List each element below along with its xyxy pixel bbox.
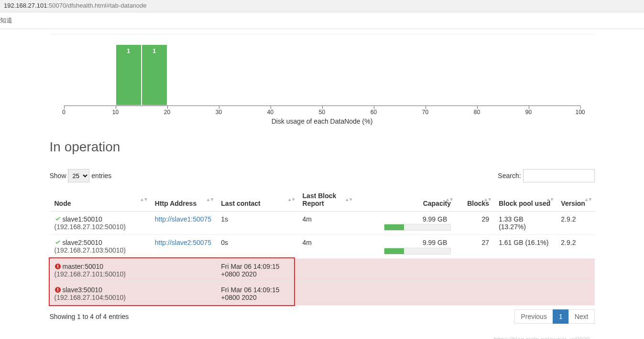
table-row: slave3:50010(192.168.27.104:50010)Fri Ma… (50, 282, 595, 305)
table-toolbar: Show 25 entries Search: (50, 169, 595, 182)
col-http[interactable]: Http Address▲▼ (150, 188, 217, 212)
table-row: slave1:50010(192.168.27.102:50010)http:/… (50, 212, 595, 235)
x-tick-label: 10 (112, 109, 119, 116)
cell-last-contact: 0s (216, 235, 297, 258)
x-tick-label: 100 (575, 109, 585, 116)
cell-version (556, 282, 594, 305)
cell-blocks: 27 (456, 235, 494, 258)
cell-node: slave1:50010(192.168.27.102:50010) (50, 212, 150, 235)
http-link[interactable]: http://slave1:50075 (155, 215, 211, 223)
x-tick-label: 20 (164, 109, 170, 116)
histogram-bar: 1 (142, 44, 167, 106)
search-label: Search: (498, 172, 521, 180)
cell-version: 2.9.2 (556, 235, 594, 258)
search-input[interactable] (523, 169, 595, 182)
show-label-post: entries (91, 172, 111, 180)
x-tick-label: 60 (371, 109, 377, 116)
table-row: slave2:50010(192.168.27.103:50010)http:/… (50, 235, 595, 258)
x-tick-label: 90 (525, 109, 532, 116)
check-icon (55, 215, 61, 223)
x-tick-label: 30 (216, 109, 222, 116)
svg-rect-1 (57, 265, 58, 266)
bar-label: 1 (116, 48, 141, 54)
table-row: master:50010(192.168.27.101:50010)Fri Ma… (50, 258, 595, 282)
cell-version: 2.9.2 (556, 212, 594, 235)
cell-node: slave3:50010(192.168.27.104:50010) (50, 282, 150, 305)
url-path: :50070/dfshealth.html#tab-datanode (47, 2, 146, 9)
cell-capacity: 9.99 GB (355, 212, 456, 235)
svg-rect-5 (57, 290, 58, 291)
cell-node: master:50010(192.168.27.101:50010) (50, 258, 150, 282)
cell-capacity (355, 282, 456, 305)
chart-title: Disk usage of each DataNode (%) (55, 117, 590, 125)
col-node[interactable]: Node▲▼ (50, 188, 150, 212)
cell-capacity (355, 258, 456, 282)
cell-bp-used (494, 282, 556, 305)
sort-icon: ▲▼ (584, 198, 592, 201)
svg-rect-4 (57, 288, 58, 290)
svg-rect-2 (57, 267, 58, 268)
sort-icon: ▲▼ (445, 198, 453, 201)
cell-blocks (456, 258, 494, 282)
cell-blocks (456, 282, 494, 305)
watermark: https://blog.csdn.net/super_wj0820 (494, 336, 590, 339)
capacity-bar (384, 224, 451, 231)
x-tick-label: 40 (267, 109, 273, 116)
cell-capacity: 9.99 GB (355, 235, 456, 258)
pager: Previous 1 Next (514, 309, 594, 324)
divider (50, 34, 595, 34)
cell-bp-used: 1.33 GB (13.27%) (494, 212, 556, 235)
cell-bp-used (494, 258, 556, 282)
browser-url-bar[interactable]: 192.168.27.101:50070/dfshealth.html#tab-… (0, 0, 644, 12)
cell-bp-used: 1.61 GB (16.1%) (494, 235, 556, 258)
sort-icon: ▲▼ (287, 198, 295, 201)
cell-http: http://slave1:50075 (150, 212, 217, 235)
show-label-pre: Show (50, 172, 66, 180)
sort-icon: ▲▼ (483, 198, 491, 201)
table-footer: Showing 1 to 4 of 4 entries Previous 1 N… (50, 309, 595, 324)
histogram-bar: 1 (116, 44, 142, 106)
section-title: In operation (50, 139, 595, 155)
cell-last-contact: 1s (216, 212, 297, 235)
http-link[interactable]: http://slave2:50075 (155, 239, 211, 246)
check-icon (55, 239, 61, 246)
sort-icon: ▲▼ (546, 198, 554, 201)
cell-last-block (298, 282, 355, 305)
next-button[interactable]: Next (568, 309, 595, 324)
col-last-block[interactable]: Last Block Report▲▼ (298, 188, 355, 212)
datanode-table: Node▲▼ Http Address▲▼ Last contact▲▼ Las… (50, 188, 595, 306)
url-host: 192.168.27.101 (4, 2, 47, 9)
cell-version (556, 258, 594, 282)
sort-icon: ▲▼ (345, 198, 352, 201)
cell-http: http://slave2:50075 (150, 235, 217, 258)
datanode-histogram: 11 0102030405060708090100 Disk usage of … (55, 44, 590, 125)
entries-info: Showing 1 to 4 of 4 entries (50, 313, 129, 320)
previous-button[interactable]: Previous (514, 309, 553, 324)
x-tick-label: 0 (62, 109, 65, 116)
x-tick-label: 70 (422, 109, 428, 116)
x-tick-label: 80 (474, 109, 480, 116)
entries-select[interactable]: 25 (68, 169, 89, 182)
bar-label: 1 (142, 48, 167, 54)
error-icon (55, 286, 61, 294)
cell-last-block (298, 258, 355, 282)
cell-last-contact: Fri Mar 06 14:09:15 +0800 2020 (216, 258, 297, 282)
cell-node: slave2:50010(192.168.27.103:50010) (50, 235, 150, 258)
col-version[interactable]: Version▲▼ (556, 188, 594, 212)
cell-last-block: 4m (298, 235, 355, 258)
col-capacity[interactable]: Capacity▲▼ (355, 188, 456, 212)
col-bp-used[interactable]: Block pool used▲▼ (494, 188, 556, 212)
bookmark-fragment: 知道 (0, 12, 644, 29)
sort-icon: ▲▼ (206, 198, 214, 201)
search-control: Search: (498, 169, 594, 182)
page-button[interactable]: 1 (553, 309, 569, 324)
error-icon (55, 263, 61, 270)
cell-last-contact: Fri Mar 06 14:09:15 +0800 2020 (216, 282, 297, 305)
col-last-contact[interactable]: Last contact▲▼ (216, 188, 297, 212)
x-tick-label: 50 (319, 109, 325, 116)
col-blocks[interactable]: Blocks▲▼ (456, 188, 494, 212)
cell-http (150, 282, 217, 305)
cell-last-block: 4m (298, 212, 355, 235)
cell-blocks: 29 (456, 212, 494, 235)
cell-http (150, 258, 217, 282)
